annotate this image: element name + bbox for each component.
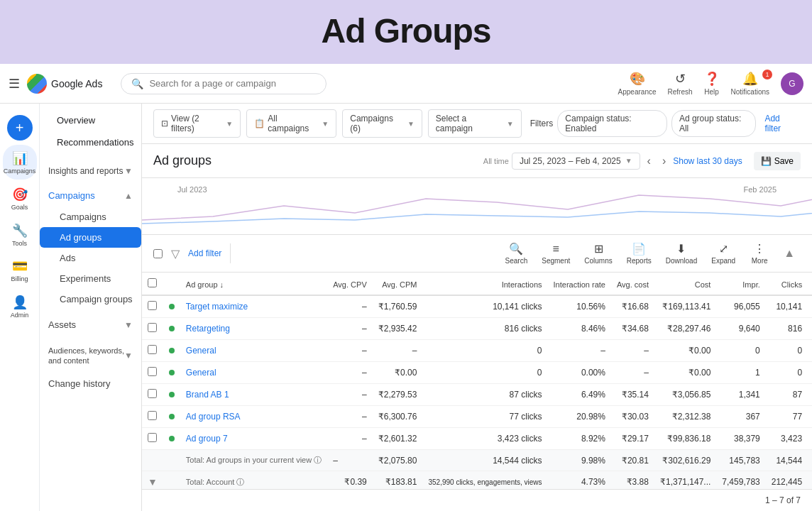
date-prev-button[interactable]: ‹ — [643, 153, 655, 169]
insights-section-header[interactable]: Insights and reports ▼ — [40, 160, 141, 182]
columns-action[interactable]: ⊞ Columns — [578, 239, 618, 268]
row-int-rate-0: 10.56% — [548, 295, 611, 318]
row-checkbox-5[interactable] — [142, 406, 163, 428]
row-name-1[interactable]: Retargeting — [180, 318, 327, 340]
view-filter-dropdown[interactable]: ⊡ View (2 filters) ▼ — [153, 109, 241, 138]
row-checkbox-0[interactable] — [142, 295, 163, 318]
sidebar-item-overview[interactable]: Overview — [48, 109, 133, 131]
filter-icon-btn[interactable]: ▽ — [171, 247, 180, 260]
campaigns-section-header[interactable]: Campaigns ▲ — [40, 185, 141, 207]
row-status-6 — [163, 428, 180, 450]
sidebar-item-ad-groups[interactable]: Ad groups — [40, 227, 141, 248]
row-conv-rate-1: 6.13% — [808, 318, 812, 340]
google-ads-text: Google Ads — [51, 78, 102, 89]
row-avg-cpm-5: ₹6,300.76 — [373, 406, 423, 428]
row-cost-5: ₹2,312.38 — [654, 406, 716, 428]
row-checkbox-6[interactable] — [142, 428, 163, 450]
select-all-checkbox[interactable] — [153, 249, 163, 258]
row-name-2[interactable]: General — [180, 340, 327, 362]
campaigns-nav-icon[interactable]: 📊 Campaigns — [3, 145, 37, 180]
appearance-action[interactable]: 🎨 Appearance — [618, 71, 657, 96]
sidebar-item-recommendations[interactable]: Recommendations — [48, 131, 133, 153]
campaigns-dropdown-arrow: ▼ — [322, 120, 329, 128]
expand-total-icon[interactable]: ▼ — [148, 476, 158, 488]
header-checkbox[interactable] — [148, 278, 157, 287]
assets-section-header[interactable]: Assets ▼ — [40, 314, 141, 336]
date-next-button[interactable]: › — [658, 153, 670, 169]
refresh-action[interactable]: ↺ Refresh — [668, 71, 693, 96]
search-input[interactable] — [149, 78, 316, 89]
google-ads-logo: Google Ads — [27, 74, 102, 94]
row-impr-0: 96,055 — [716, 295, 765, 318]
row-name-5[interactable]: Ad group RSA — [180, 406, 327, 428]
top-banner: Ad Groups — [0, 0, 812, 64]
row-checkbox-2[interactable] — [142, 340, 163, 362]
row-name-6[interactable]: Ad group 7 — [180, 428, 327, 450]
sidebar-item-ads[interactable]: Ads — [40, 248, 141, 268]
download-action[interactable]: ⬇ Download — [660, 239, 703, 268]
save-button[interactable]: 💾 Save — [754, 152, 801, 170]
table-row: Brand AB 1 – ₹2,279.53 87 clicks 6.49% ₹… — [142, 384, 812, 406]
more-action-label: More — [752, 257, 768, 265]
goals-nav-icon[interactable]: 🎯 Goals — [3, 181, 37, 216]
row-conv-rate-0: 7.68% — [808, 295, 812, 318]
row-int-rate-5: 20.98% — [548, 406, 611, 428]
admin-nav-icon[interactable]: 👤 Admin — [3, 289, 37, 324]
create-button[interactable]: + — [7, 115, 33, 141]
reports-action[interactable]: 📄 Reports — [621, 239, 657, 268]
row-clicks-2: 0 — [766, 340, 808, 362]
col-avg-cpv: Avg. CPV — [327, 273, 373, 295]
tools-nav-icon[interactable]: 🔧 Tools — [3, 217, 37, 252]
col-ad-group[interactable]: Ad group ↓ — [180, 273, 327, 295]
search-bar[interactable]: 🔍 — [121, 73, 327, 94]
add-filter-button[interactable]: Add filter — [760, 111, 801, 136]
campaigns-count-dropdown[interactable]: Campaigns (6) ▼ — [342, 109, 422, 138]
row-checkbox-4[interactable] — [142, 384, 163, 406]
row-cost-1: ₹28,297.46 — [654, 318, 716, 340]
notifications-label: Notifications — [731, 88, 769, 96]
row-checkbox-3[interactable] — [142, 362, 163, 384]
row-name-3[interactable]: General — [180, 362, 327, 384]
ad-group-status-chip[interactable]: Ad group status: All — [671, 110, 756, 137]
expand-action[interactable]: ⤢ Expand — [706, 239, 741, 268]
sidebar-item-experiments[interactable]: Experiments — [40, 268, 141, 289]
audiences-section-header[interactable]: Audiences, keywords, and content ▼ — [40, 340, 141, 372]
row-avg-cpm-3: ₹0.00 — [373, 362, 423, 384]
row-clicks-1: 816 — [766, 318, 808, 340]
user-avatar[interactable]: G — [781, 72, 803, 95]
col-conv-rate: Conv. rate — [808, 273, 812, 295]
billing-nav-icon[interactable]: 💳 Billing — [3, 253, 37, 287]
row-name-4[interactable]: Brand AB 1 — [180, 384, 327, 406]
row-checkbox-1[interactable] — [142, 318, 163, 340]
acct-avg-cpv: ₹0.39 — [327, 471, 373, 490]
download-action-label: Download — [666, 257, 697, 265]
col-cost: Cost — [654, 273, 716, 295]
hamburger-icon[interactable]: ☰ — [9, 76, 20, 92]
select-campaign-dropdown[interactable]: Select a campaign ▼ — [428, 109, 522, 138]
chart-svg — [142, 185, 812, 227]
all-time-label: All time — [483, 157, 509, 165]
search-action[interactable]: 🔍 Search — [500, 239, 534, 268]
row-int-rate-6: 8.92% — [548, 428, 611, 450]
total-impr: 145,783 — [716, 450, 765, 471]
row-int-rate-1: 8.46% — [548, 318, 611, 340]
sidebar-item-change-history[interactable]: Change history — [40, 373, 141, 394]
row-conv-rate-3: 0.00% — [808, 362, 812, 384]
campaign-status-chip[interactable]: Campaign status: Enabled — [557, 110, 667, 137]
all-campaigns-dropdown[interactable]: 📋 All campaigns ▼ — [246, 109, 336, 138]
add-filter-table-button[interactable]: Add filter — [188, 248, 221, 258]
more-action[interactable]: ⋮ More — [744, 239, 775, 268]
date-range-picker[interactable]: Jul 25, 2023 – Feb 4, 2025 ▼ — [512, 153, 640, 170]
help-action[interactable]: ❓ Help — [704, 71, 720, 96]
sidebar-item-campaign-groups[interactable]: Campaign groups — [40, 289, 141, 309]
columns-action-label: Columns — [584, 257, 612, 265]
row-avg-cost-4: ₹35.14 — [611, 384, 654, 406]
notifications-action[interactable]: 🔔 1 Notifications — [731, 71, 769, 96]
row-avg-cost-5: ₹30.03 — [611, 406, 654, 428]
campaigns-icon: 📊 — [12, 150, 28, 166]
sidebar-item-campaigns[interactable]: Campaigns — [40, 207, 141, 227]
table-collapse-button[interactable]: ▲ — [778, 244, 801, 263]
row-name-0[interactable]: Target maximize — [180, 295, 327, 318]
segment-action[interactable]: ≡ Segment — [536, 240, 576, 268]
show-last-button[interactable]: Show last 30 days — [673, 156, 742, 166]
